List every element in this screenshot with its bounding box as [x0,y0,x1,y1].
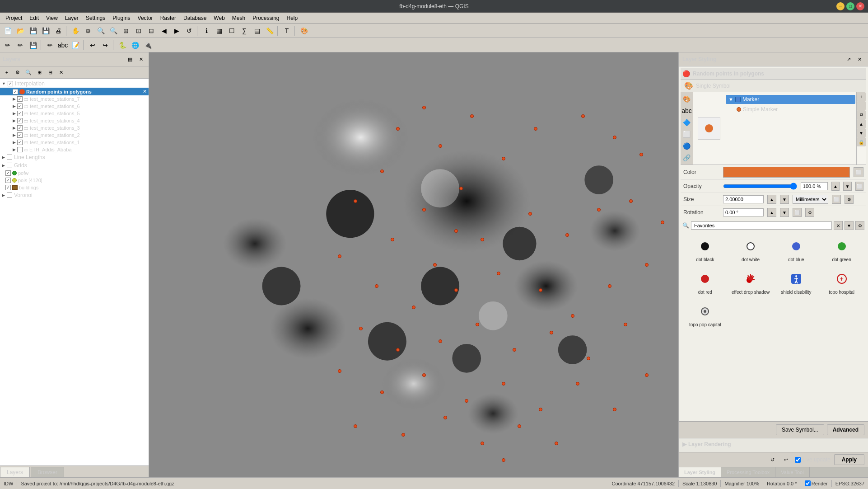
undo-button[interactable]: ↩ [87,39,98,51]
cb-meteo2[interactable] [17,132,23,138]
symbol-icon-btn-3[interactable]: 🔷 [682,118,692,127]
expand-arrow-grids[interactable]: ▶ [2,163,5,168]
size-up-btn[interactable]: ▲ [767,195,776,204]
menu-raster[interactable]: Raster [157,14,180,22]
cb-meteo1[interactable] [17,140,23,145]
cb-meteo5[interactable] [17,111,23,116]
layer-item-meteo7[interactable]: ▶ 🗃 test_meteo_stations_7 [0,95,149,103]
refresh-button[interactable]: ↺ [183,25,195,37]
layers-close-button[interactable]: ✕ [136,54,146,64]
symbol-icon-btn-2[interactable]: abc [682,106,692,116]
layers-filter-button[interactable]: ▤ [125,54,135,64]
menu-help[interactable]: Help [283,14,302,22]
layer-remove-btn[interactable]: ✕ [143,89,147,94]
layer-group-linelengths[interactable]: ▶ Line Lengths [0,153,149,161]
symbol-icon-btn-1[interactable]: 🎨 [682,94,692,104]
menu-view[interactable]: View [42,14,61,22]
zoom-full-button[interactable]: ⊞ [120,25,132,37]
symbol-icon-btn-6[interactable]: 🔗 [682,153,692,163]
symbol-topo-hospital[interactable]: + topo hospital [821,268,863,297]
symbol-dot-red[interactable]: dot red [684,268,726,297]
symbol-dot-green[interactable]: dot green [821,235,863,264]
deselect-button[interactable]: ☐ [226,25,238,37]
cb-pois[interactable] [5,178,11,183]
cb-buildings[interactable] [5,185,11,190]
size-data-define-btn[interactable]: ⬜ [832,195,841,204]
menu-processing[interactable]: Processing [249,14,283,22]
maximize-button[interactable]: □ [846,2,854,10]
rp-close-button[interactable]: ✕ [854,54,864,64]
opacity-up-btn[interactable]: ▲ [831,182,840,191]
plugin-extra-button[interactable]: 🔌 [142,39,154,51]
opacity-data-define-btn[interactable]: ⬜ [855,182,863,191]
collapse-all-button[interactable]: ⊟ [45,67,55,77]
plugin-python-button[interactable]: 🐍 [117,39,128,51]
new-project-button[interactable]: 📄 [2,25,14,37]
rp-undock-button[interactable]: ↗ [844,54,854,64]
color-swatch[interactable] [723,167,850,178]
zoom-prev-button[interactable]: ◀ [158,25,170,37]
cb-meteo3[interactable] [17,125,23,131]
duplicate-layer-btn[interactable]: ⧉ [857,110,866,119]
rotation-data-define-btn[interactable]: ⬜ [793,208,802,217]
digitize-button[interactable]: ✏ [44,39,56,51]
remove-layer-btn[interactable]: − [857,101,866,110]
measure-button[interactable]: 📏 [264,25,275,37]
cb-interpolation[interactable] [8,81,13,86]
plugin-web-button[interactable]: 🌐 [129,39,141,51]
cb-linelengths[interactable] [7,155,12,160]
map-canvas-area[interactable] [149,52,678,477]
close-button[interactable]: ✕ [856,2,864,10]
size-unit-select[interactable]: Millimeters Points Pixels [793,195,828,204]
layer-item-meteo1[interactable]: ▶ 🗃 test_meteo_stations_1 [0,139,149,146]
add-layer-btn[interactable]: + [857,92,866,101]
menu-mesh[interactable]: Mesh [229,14,249,22]
layer-item-meteo4[interactable]: ▶ 🗃 test_meteo_stations_4 [0,117,149,124]
manage-layer-button[interactable]: ⚙ [13,67,23,77]
undo-styling-btn[interactable]: ↩ [781,455,791,465]
expand-arrow-meteo6[interactable]: ▶ [13,104,16,108]
rotation-down-btn[interactable]: ▼ [780,208,789,217]
layer-group-interpolation[interactable]: ▼ Interpolation [0,80,149,88]
redo-button[interactable]: ↪ [99,39,111,51]
layer-item-meteo6[interactable]: ▶ 🗃 test_meteo_stations_6 [0,103,149,110]
cb-voronoi[interactable] [7,193,12,198]
expand-arrow-interpolation[interactable]: ▼ [2,81,6,86]
cb-meteo7[interactable] [17,96,23,102]
symbol-tree-marker[interactable]: ▼ Marker [726,95,855,104]
menu-project[interactable]: Project [2,14,26,22]
render-checkbox[interactable] [805,480,811,486]
layer-item-pofw[interactable]: pofw [0,169,149,177]
cb-meteo6[interactable] [17,103,23,109]
annotation-button[interactable]: 📝 [70,39,81,51]
symbol-icon-btn-4[interactable]: ⬜ [682,129,692,139]
rp-tab-value-tool[interactable]: Value Tool [775,467,809,477]
favorites-clear-btn[interactable]: ✕ [834,221,843,230]
opacity-slider[interactable] [723,183,797,190]
layer-item-meteo2[interactable]: ▶ 🗃 test_meteo_stations_2 [0,132,149,139]
refresh-styling-btn[interactable]: ↺ [768,455,778,465]
zoom-next-button[interactable]: ▶ [171,25,182,37]
move-down-btn[interactable]: ▼ [857,128,866,137]
favorites-expand-btn[interactable]: ▼ [845,221,854,230]
style-manager-button[interactable]: 🎨 [298,25,310,37]
cb-meteo4[interactable] [17,118,23,123]
current-edits-button[interactable]: ✏ [2,39,14,51]
pan-to-selection-button[interactable]: ⊕ [82,25,94,37]
size-down-btn[interactable]: ▼ [780,195,789,204]
add-group-button[interactable]: + [2,67,12,77]
remove-layer-button[interactable]: ✕ [56,67,66,77]
layer-group-grids[interactable]: ▶ Grids [0,161,149,169]
apply-button[interactable]: Apply [834,454,864,465]
expand-arrow-eth[interactable]: ▶ [13,147,16,152]
move-up-btn[interactable]: ▲ [857,119,866,128]
layer-item-meteo5[interactable]: ▶ 🗃 test_meteo_stations_5 [0,110,149,117]
filter-layer-button[interactable]: 🔍 [23,67,33,77]
layer-item-eth[interactable]: ▶ ▭ ETH_Addis_Ababa [0,146,149,153]
toggle-editing-button[interactable]: ✏ [14,39,26,51]
statistics-button[interactable]: ∑ [238,25,250,37]
color-data-define-btn[interactable]: ⬜ [854,167,863,177]
zoom-selection-button[interactable]: ⊟ [145,25,157,37]
opacity-input[interactable] [801,182,828,190]
symbol-effect-drop-shadow[interactable]: effect drop shadow [730,268,772,297]
